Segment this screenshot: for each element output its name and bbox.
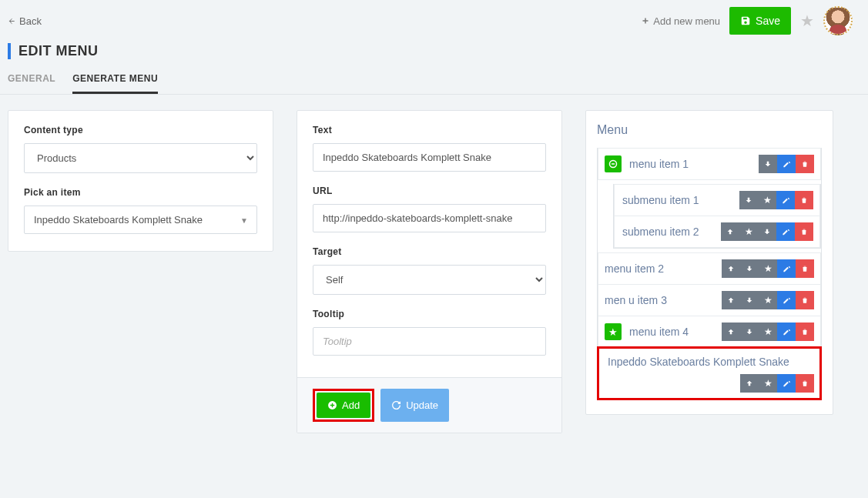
move-up-icon[interactable] [722, 323, 740, 341]
tree-item-actions: ★ [722, 323, 814, 341]
save-button[interactable]: Save [729, 7, 791, 35]
delete-icon[interactable] [796, 291, 814, 309]
text-input[interactable] [313, 143, 546, 172]
star-action-icon[interactable]: ★ [739, 222, 758, 241]
tree-item[interactable]: menu item 1 [598, 148, 821, 180]
content-type-select[interactable]: Products [24, 143, 257, 173]
tree-item-actions: ★ [722, 291, 814, 309]
move-down-icon[interactable] [758, 222, 776, 241]
star-action-icon[interactable]: ★ [758, 191, 776, 209]
edit-icon[interactable] [777, 323, 796, 341]
tab-general[interactable]: GENERAL [8, 73, 55, 94]
move-down-icon[interactable] [740, 259, 759, 278]
tree-item-label: Inpeddo Skateboards Komplett Snake [608, 356, 814, 368]
move-down-icon[interactable] [739, 191, 758, 209]
tree-item[interactable]: ★ menu item 4 ★ [598, 316, 821, 348]
page-title: EDIT MENU [8, 43, 860, 59]
back-label: Back [19, 15, 42, 27]
target-select[interactable]: Self [313, 265, 546, 295]
delete-icon[interactable] [796, 323, 814, 341]
arrow-left-icon [8, 17, 16, 25]
url-label: URL [313, 185, 546, 196]
star-action-icon[interactable]: ★ [759, 374, 777, 393]
add-button-highlight: Add [313, 389, 374, 422]
move-up-icon[interactable] [721, 222, 739, 241]
tree-item-actions: ★ [721, 222, 813, 241]
move-down-icon[interactable] [740, 291, 759, 309]
floppy-icon [740, 15, 751, 26]
tree-item-actions [759, 155, 814, 173]
menu-tree-panel: Menu menu item 1 submenu it [585, 110, 833, 415]
add-new-menu-label: Add new menu [653, 15, 720, 27]
avatar[interactable] [823, 6, 853, 35]
save-label: Save [756, 15, 780, 27]
star-action-icon[interactable]: ★ [759, 323, 777, 341]
tree-item-actions: ★ [722, 259, 814, 278]
text-label: Text [313, 125, 546, 135]
pick-item-label: Pick an item [24, 187, 257, 198]
back-link[interactable]: Back [8, 15, 42, 27]
tree-item-label: menu item 4 [629, 326, 714, 338]
pick-item-select[interactable]: Inpeddo Skateboards Komplett Snake [24, 206, 257, 234]
refresh-icon [391, 400, 401, 410]
tree-item-actions: ★ [740, 374, 814, 393]
tooltip-input[interactable] [313, 327, 546, 356]
collapse-icon[interactable] [605, 155, 622, 172]
tree-item[interactable]: submenu item 2 ★ [614, 216, 820, 248]
edit-icon[interactable] [776, 191, 795, 209]
delete-icon[interactable] [796, 259, 814, 278]
tree-item-label: submenu item 2 [622, 226, 713, 238]
edit-icon[interactable] [777, 374, 796, 393]
tree-item[interactable]: submenu item 1 ★ [614, 184, 820, 216]
update-button[interactable]: Update [380, 389, 449, 422]
tree-item-label: submenu item 1 [622, 194, 732, 206]
delete-icon[interactable] [795, 222, 813, 241]
plus-icon [641, 16, 650, 25]
tree-children: submenu item 1 ★ submenu item 2 ★ [613, 184, 821, 249]
tab-generate-menu[interactable]: GENERATE MENU [72, 73, 158, 94]
target-label: Target [313, 246, 546, 257]
move-up-icon[interactable] [722, 259, 740, 278]
edit-icon[interactable] [777, 259, 796, 278]
delete-icon[interactable] [796, 155, 814, 173]
star-action-icon[interactable]: ★ [759, 259, 777, 278]
item-form-panel: Text URL Target Self Tooltip [297, 110, 562, 433]
add-button-label: Add [342, 399, 360, 411]
delete-icon[interactable] [796, 374, 814, 393]
tree-item-label: menu item 1 [629, 158, 751, 170]
move-up-icon[interactable] [740, 374, 759, 393]
delete-icon[interactable] [795, 191, 813, 209]
content-type-panel: Content type Products Pick an item Inped… [8, 110, 273, 252]
star-action-icon[interactable]: ★ [759, 291, 777, 309]
edit-icon[interactable] [777, 291, 796, 309]
edit-icon[interactable] [776, 222, 795, 241]
favorite-star-icon[interactable]: ★ [800, 12, 814, 30]
edit-icon[interactable] [777, 155, 796, 173]
add-new-menu-link[interactable]: Add new menu [641, 15, 720, 27]
tree-item[interactable]: men u item 3 ★ [598, 284, 821, 316]
tree-item[interactable]: menu item 2 ★ [598, 252, 821, 285]
url-input[interactable] [313, 204, 546, 232]
tree-item-label: men u item 3 [605, 294, 714, 306]
star-badge-icon: ★ [605, 323, 622, 340]
tree-item-actions: ★ [739, 191, 813, 209]
content-type-label: Content type [24, 125, 257, 135]
add-button[interactable]: Add [317, 393, 370, 418]
menu-tree-title: Menu [597, 123, 822, 137]
tooltip-label: Tooltip [313, 309, 546, 319]
move-down-icon[interactable] [740, 323, 759, 341]
move-down-icon[interactable] [759, 155, 777, 173]
tree-item-highlighted[interactable]: Inpeddo Skateboards Komplett Snake ★ [598, 347, 821, 399]
plus-circle-icon [327, 400, 337, 410]
update-button-label: Update [406, 399, 438, 411]
tree-item-label: menu item 2 [605, 262, 714, 275]
move-up-icon[interactable] [722, 291, 740, 309]
